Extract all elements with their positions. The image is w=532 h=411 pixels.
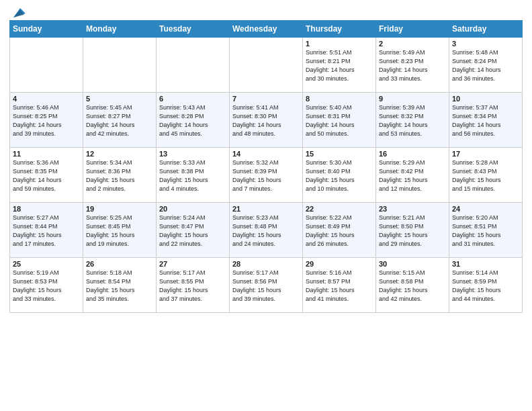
calendar-cell: 27Sunrise: 5:17 AM Sunset: 8:55 PM Dayli…: [157, 258, 230, 313]
day-info: Sunrise: 5:32 AM Sunset: 8:39 PM Dayligh…: [232, 158, 300, 193]
calendar-cell: 22Sunrise: 5:22 AM Sunset: 8:49 PM Dayli…: [303, 203, 376, 258]
day-info: Sunrise: 5:25 AM Sunset: 8:45 PM Dayligh…: [86, 214, 153, 248]
day-info: Sunrise: 5:41 AM Sunset: 8:30 PM Dayligh…: [232, 103, 300, 138]
calendar-cell: [83, 38, 157, 93]
day-info: Sunrise: 5:27 AM Sunset: 8:44 PM Dayligh…: [13, 214, 80, 248]
day-number: 7: [232, 95, 300, 103]
day-number: 24: [452, 205, 519, 213]
calendar-cell: 8Sunrise: 5:40 AM Sunset: 8:31 PM Daylig…: [303, 93, 376, 148]
calendar-cell: 24Sunrise: 5:20 AM Sunset: 8:51 PM Dayli…: [449, 203, 523, 258]
day-number: 26: [86, 260, 153, 268]
day-number: 15: [306, 150, 373, 158]
calendar-cell: 15Sunrise: 5:30 AM Sunset: 8:40 PM Dayli…: [303, 148, 376, 203]
day-number: 2: [379, 40, 446, 48]
calendar-header-row: SundayMondayTuesdayWednesdayThursdayFrid…: [10, 21, 523, 38]
calendar-cell: 31Sunrise: 5:14 AM Sunset: 8:59 PM Dayli…: [449, 258, 523, 313]
calendar-cell: 13Sunrise: 5:33 AM Sunset: 8:38 PM Dayli…: [157, 148, 230, 203]
day-number: 12: [86, 150, 153, 158]
calendar-cell: 2Sunrise: 5:49 AM Sunset: 8:23 PM Daylig…: [376, 38, 449, 93]
day-number: 1: [306, 40, 373, 48]
day-info: Sunrise: 5:15 AM Sunset: 8:58 PM Dayligh…: [379, 269, 446, 304]
day-info: Sunrise: 5:19 AM Sunset: 8:53 PM Dayligh…: [13, 269, 80, 304]
weekday-header: Saturday: [449, 21, 523, 38]
day-number: 14: [232, 150, 300, 158]
day-info: Sunrise: 5:21 AM Sunset: 8:50 PM Dayligh…: [379, 214, 446, 248]
day-info: Sunrise: 5:39 AM Sunset: 8:32 PM Dayligh…: [379, 103, 446, 138]
day-number: 11: [13, 150, 80, 158]
header: [9, 7, 523, 15]
day-info: Sunrise: 5:30 AM Sunset: 8:40 PM Dayligh…: [306, 158, 373, 193]
calendar-cell: 26Sunrise: 5:18 AM Sunset: 8:54 PM Dayli…: [83, 258, 157, 313]
day-number: 22: [306, 205, 373, 213]
calendar-cell: 20Sunrise: 5:24 AM Sunset: 8:47 PM Dayli…: [157, 203, 230, 258]
day-number: 16: [379, 150, 446, 158]
calendar-cell: 16Sunrise: 5:29 AM Sunset: 8:42 PM Dayli…: [376, 148, 449, 203]
day-number: 17: [452, 150, 519, 158]
day-number: 30: [379, 260, 446, 268]
day-info: Sunrise: 5:34 AM Sunset: 8:36 PM Dayligh…: [86, 158, 153, 193]
day-info: Sunrise: 5:17 AM Sunset: 8:55 PM Dayligh…: [159, 269, 226, 304]
calendar-cell: 18Sunrise: 5:27 AM Sunset: 8:44 PM Dayli…: [10, 203, 83, 258]
calendar-cell: [230, 38, 303, 93]
calendar-cell: 19Sunrise: 5:25 AM Sunset: 8:45 PM Dayli…: [83, 203, 157, 258]
calendar-cell: 14Sunrise: 5:32 AM Sunset: 8:39 PM Dayli…: [230, 148, 303, 203]
day-number: 27: [159, 260, 226, 268]
weekday-header: Wednesday: [230, 21, 303, 38]
calendar-cell: 30Sunrise: 5:15 AM Sunset: 8:58 PM Dayli…: [376, 258, 449, 313]
calendar-week-row: 4Sunrise: 5:46 AM Sunset: 8:25 PM Daylig…: [10, 93, 523, 148]
calendar-week-row: 18Sunrise: 5:27 AM Sunset: 8:44 PM Dayli…: [10, 203, 523, 258]
calendar-cell: 9Sunrise: 5:39 AM Sunset: 8:32 PM Daylig…: [376, 93, 449, 148]
day-info: Sunrise: 5:20 AM Sunset: 8:51 PM Dayligh…: [452, 214, 519, 248]
weekday-header: Friday: [376, 21, 449, 38]
day-number: 5: [86, 95, 153, 103]
day-info: Sunrise: 5:28 AM Sunset: 8:43 PM Dayligh…: [452, 158, 519, 193]
day-info: Sunrise: 5:46 AM Sunset: 8:25 PM Dayligh…: [13, 103, 80, 138]
calendar-table: SundayMondayTuesdayWednesdayThursdayFrid…: [9, 20, 523, 313]
day-number: 18: [13, 205, 80, 213]
day-info: Sunrise: 5:23 AM Sunset: 8:48 PM Dayligh…: [232, 214, 300, 248]
day-number: 31: [452, 260, 519, 268]
calendar-cell: [157, 38, 230, 93]
day-number: 29: [306, 260, 373, 268]
day-number: 25: [13, 260, 80, 268]
calendar-cell: 23Sunrise: 5:21 AM Sunset: 8:50 PM Dayli…: [376, 203, 449, 258]
day-number: 20: [159, 205, 226, 213]
day-number: 28: [232, 260, 300, 268]
day-number: 23: [379, 205, 446, 213]
calendar-cell: 5Sunrise: 5:45 AM Sunset: 8:27 PM Daylig…: [83, 93, 157, 148]
calendar-cell: 25Sunrise: 5:19 AM Sunset: 8:53 PM Dayli…: [10, 258, 83, 313]
calendar-cell: 28Sunrise: 5:17 AM Sunset: 8:56 PM Dayli…: [230, 258, 303, 313]
calendar-cell: 11Sunrise: 5:36 AM Sunset: 8:35 PM Dayli…: [10, 148, 83, 203]
day-info: Sunrise: 5:16 AM Sunset: 8:57 PM Dayligh…: [306, 269, 373, 304]
day-number: 19: [86, 205, 153, 213]
day-info: Sunrise: 5:51 AM Sunset: 8:21 PM Dayligh…: [306, 48, 373, 83]
day-info: Sunrise: 5:33 AM Sunset: 8:38 PM Dayligh…: [159, 158, 226, 193]
calendar-cell: 3Sunrise: 5:48 AM Sunset: 8:24 PM Daylig…: [449, 38, 523, 93]
calendar-week-row: 1Sunrise: 5:51 AM Sunset: 8:21 PM Daylig…: [10, 38, 523, 93]
day-number: 21: [232, 205, 300, 213]
day-info: Sunrise: 5:22 AM Sunset: 8:49 PM Dayligh…: [306, 214, 373, 248]
day-info: Sunrise: 5:18 AM Sunset: 8:54 PM Dayligh…: [86, 269, 153, 304]
day-info: Sunrise: 5:36 AM Sunset: 8:35 PM Dayligh…: [13, 158, 80, 193]
calendar-cell: 17Sunrise: 5:28 AM Sunset: 8:43 PM Dayli…: [449, 148, 523, 203]
day-info: Sunrise: 5:48 AM Sunset: 8:24 PM Dayligh…: [452, 48, 519, 83]
day-info: Sunrise: 5:29 AM Sunset: 8:42 PM Dayligh…: [379, 158, 446, 193]
logo-icon: [11, 7, 26, 19]
calendar-cell: [10, 38, 83, 93]
calendar-cell: 6Sunrise: 5:43 AM Sunset: 8:28 PM Daylig…: [157, 93, 230, 148]
calendar-page: SundayMondayTuesdayWednesdayThursdayFrid…: [0, 0, 532, 411]
day-info: Sunrise: 5:49 AM Sunset: 8:23 PM Dayligh…: [379, 48, 446, 83]
day-number: 9: [379, 95, 446, 103]
weekday-header: Monday: [83, 21, 157, 38]
logo: [9, 7, 26, 15]
day-number: 8: [306, 95, 373, 103]
day-number: 6: [159, 95, 226, 103]
weekday-header: Sunday: [10, 21, 83, 38]
day-info: Sunrise: 5:40 AM Sunset: 8:31 PM Dayligh…: [306, 103, 373, 138]
calendar-cell: 7Sunrise: 5:41 AM Sunset: 8:30 PM Daylig…: [230, 93, 303, 148]
day-number: 10: [452, 95, 519, 103]
day-info: Sunrise: 5:17 AM Sunset: 8:56 PM Dayligh…: [232, 269, 300, 304]
day-info: Sunrise: 5:43 AM Sunset: 8:28 PM Dayligh…: [159, 103, 226, 138]
day-number: 13: [159, 150, 226, 158]
day-number: 4: [13, 95, 80, 103]
